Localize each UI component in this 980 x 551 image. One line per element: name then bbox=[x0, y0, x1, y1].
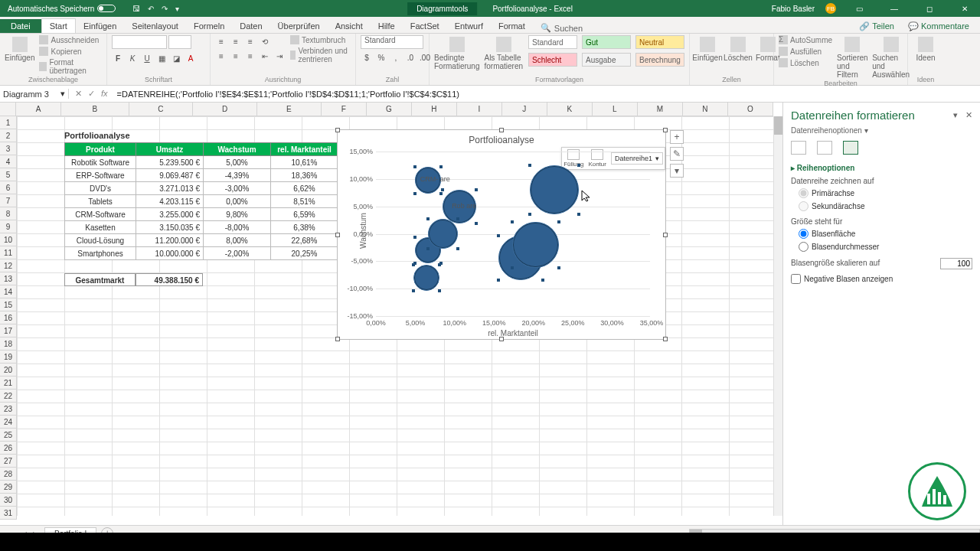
font-color-button[interactable]: A bbox=[185, 52, 197, 64]
table-row[interactable]: Cloud-Lösung11.200.000 €8,00%22,68% bbox=[65, 234, 338, 247]
vertical-scrollbar[interactable] bbox=[773, 116, 782, 516]
percent-button[interactable]: % bbox=[375, 51, 387, 64]
effects-tab-icon[interactable] bbox=[817, 141, 832, 155]
tab-review[interactable]: Überprüfen bbox=[270, 19, 328, 33]
undo-icon[interactable]: ↶ bbox=[148, 5, 154, 13]
align-mid[interactable]: ≡ bbox=[230, 35, 242, 47]
total-value-cell[interactable]: 49.388.150 € bbox=[136, 273, 203, 286]
fx-icon[interactable]: fx bbox=[101, 89, 108, 99]
close-icon[interactable]: ✕ bbox=[952, 5, 977, 13]
tab-start[interactable]: Start bbox=[41, 18, 76, 33]
align-center[interactable]: ≡ bbox=[230, 50, 242, 62]
section-header[interactable]: ▸ Reihenoptionen bbox=[791, 164, 972, 172]
pane-options-icon[interactable]: ▾ bbox=[953, 110, 958, 120]
plot-area[interactable]: Wachstum rel. Marktanteil -15,00%-10,00%… bbox=[376, 152, 650, 316]
wrap-text-button[interactable]: Textumbruch bbox=[290, 35, 351, 44]
cellstyle-calc[interactable]: Berechnung bbox=[635, 53, 684, 67]
tell-me-search[interactable]: 🔍 Suchen bbox=[541, 23, 583, 33]
autosum-button[interactable]: ΣAutoSumme bbox=[779, 35, 832, 44]
table-row[interactable]: DVD's3.271.013 €-3,00%6,62% bbox=[65, 182, 338, 195]
align-left[interactable]: ≡ bbox=[215, 50, 227, 62]
font-family-select[interactable] bbox=[112, 35, 167, 49]
align-right[interactable]: ≡ bbox=[244, 50, 256, 62]
paste-button[interactable]: Einfügen bbox=[5, 35, 34, 62]
tab-help[interactable]: Hilfe bbox=[371, 19, 403, 33]
share-button[interactable]: 🔗 Teilen bbox=[853, 20, 900, 33]
minimize-icon[interactable]: ― bbox=[882, 5, 906, 13]
user-name[interactable]: Fabio Basler bbox=[772, 5, 815, 13]
sort-filter-button[interactable]: Sortieren und Filtern bbox=[837, 35, 868, 79]
clear-button[interactable]: Löschen bbox=[779, 58, 832, 67]
cellstyle-bad[interactable]: Schlecht bbox=[528, 53, 577, 67]
table-row[interactable]: CRM-Software3.255.000 €9,80%6,59% bbox=[65, 208, 338, 221]
copy-button[interactable]: Kopieren bbox=[39, 47, 102, 56]
fill-line-tab-icon[interactable] bbox=[791, 141, 806, 155]
fill-color-button[interactable]: ◪ bbox=[170, 52, 182, 64]
worksheet[interactable]: A B C D E F G H I J K L M N O 1234567891… bbox=[0, 103, 782, 525]
cellstyle-standard[interactable]: Standard bbox=[528, 35, 577, 49]
table-row[interactable]: Kasetten3.150.035 €-8,00%6,38% bbox=[65, 221, 338, 234]
format-as-table-button[interactable]: Als Tabelle formatieren bbox=[484, 35, 524, 70]
autosave-toggle[interactable]: Automatisches Speichern bbox=[3, 5, 120, 13]
delete-cells-button[interactable]: Löschen bbox=[725, 35, 751, 62]
bubble-area-radio[interactable]: Blasenfläche bbox=[799, 229, 972, 239]
bubble-tablets[interactable] bbox=[428, 219, 458, 249]
tab-formulas[interactable]: Formeln bbox=[186, 19, 232, 33]
table-row[interactable]: Robotik Software5.239.500 €5,00%10,61% bbox=[65, 156, 338, 169]
chart-styles-button[interactable]: ✎ bbox=[670, 147, 684, 161]
table-row[interactable]: Tablets4.203.115 €0,00%8,51% bbox=[65, 195, 338, 208]
pane-subtitle[interactable]: Datenreihenoptionen ▾ bbox=[791, 126, 972, 135]
tab-factset[interactable]: FactSet bbox=[403, 19, 447, 33]
indent-inc[interactable]: ⇥ bbox=[273, 50, 286, 62]
inc-decimal[interactable]: .0 bbox=[404, 51, 416, 64]
chart-object[interactable]: + ✎ ▾ Portfolioanalyse Füllung Kontur Da… bbox=[337, 129, 666, 340]
currency-button[interactable]: $ bbox=[361, 51, 373, 64]
tab-design[interactable]: Entwurf bbox=[447, 19, 491, 33]
data-table[interactable]: Produkt Umsatz Wachstum rel. Marktanteil… bbox=[64, 142, 338, 260]
column-headers[interactable]: A B C D E F G H I J K L M N O bbox=[0, 103, 773, 116]
cancel-formula-icon[interactable]: ✕ bbox=[75, 89, 82, 99]
primary-axis-radio[interactable]: Primärachse bbox=[799, 188, 972, 198]
comma-button[interactable]: , bbox=[390, 51, 402, 64]
border-button[interactable]: ▦ bbox=[155, 52, 168, 64]
chart-elements-button[interactable]: + bbox=[670, 130, 684, 144]
cellstyle-good[interactable]: Gut bbox=[582, 35, 631, 49]
ideas-button[interactable]: Ideen bbox=[913, 35, 939, 62]
bubble-scale-input[interactable] bbox=[940, 258, 972, 269]
maximize-icon[interactable]: ◻ bbox=[917, 5, 942, 13]
chart-title[interactable]: Portfolioanalyse bbox=[338, 130, 665, 147]
enter-formula-icon[interactable]: ✓ bbox=[88, 89, 95, 99]
table-row[interactable]: ERP-Software9.069.487 €-4,39%18,36% bbox=[65, 169, 338, 182]
ribbon-display-icon[interactable]: ▭ bbox=[847, 5, 871, 13]
number-format-select[interactable]: Standard bbox=[361, 35, 423, 49]
qat-customize-icon[interactable]: ▾ bbox=[175, 5, 179, 13]
tab-view[interactable]: Ansicht bbox=[328, 19, 371, 33]
fill-button[interactable]: Ausfüllen bbox=[779, 47, 832, 56]
name-box[interactable]: Diagramm 3▾ bbox=[0, 89, 69, 99]
select-all-corner[interactable] bbox=[0, 103, 16, 116]
negative-bubbles-checkbox[interactable]: Negative Blasen anzeigen bbox=[791, 274, 972, 284]
bubble-kasetten[interactable] bbox=[413, 265, 439, 291]
secondary-axis-radio[interactable]: Sekundärachse bbox=[799, 201, 972, 211]
bubble-cloud-l-sung[interactable] bbox=[530, 165, 579, 214]
conditional-formatting-button[interactable]: Bedingte Formatierung bbox=[434, 35, 479, 70]
tab-format[interactable]: Format bbox=[491, 19, 533, 33]
align-top[interactable]: ≡ bbox=[215, 35, 227, 47]
file-tab[interactable]: Datei bbox=[0, 19, 41, 33]
pane-close-icon[interactable]: ✕ bbox=[965, 110, 972, 120]
formula-input[interactable]: =DATENREIHE(;'Portfolio I'!$E$4:$E$11;'P… bbox=[114, 90, 980, 99]
table-row[interactable]: Smartphones10.000.000 €-2,00%20,25% bbox=[65, 247, 338, 260]
find-select-button[interactable]: Suchen und Auswählen bbox=[873, 35, 910, 79]
user-avatar[interactable]: FB bbox=[825, 3, 836, 14]
font-size-select[interactable] bbox=[168, 35, 191, 49]
bubble-smartphones[interactable] bbox=[512, 222, 558, 268]
format-painter-button[interactable]: Format übertragen bbox=[39, 58, 102, 75]
bubble-diameter-radio[interactable]: Blasendurchmesser bbox=[799, 242, 972, 252]
tab-data[interactable]: Daten bbox=[232, 19, 270, 33]
row-headers[interactable]: 1234567891011121314151617181920212223242… bbox=[0, 116, 17, 520]
x-axis-label[interactable]: rel. Marktanteil bbox=[376, 329, 650, 337]
redo-icon[interactable]: ↷ bbox=[162, 5, 168, 13]
insert-cells-button[interactable]: Einfügen bbox=[694, 35, 720, 62]
indent-dec[interactable]: ⇤ bbox=[259, 50, 271, 62]
merge-center-button[interactable]: Verbinden und zentrieren bbox=[290, 47, 351, 64]
